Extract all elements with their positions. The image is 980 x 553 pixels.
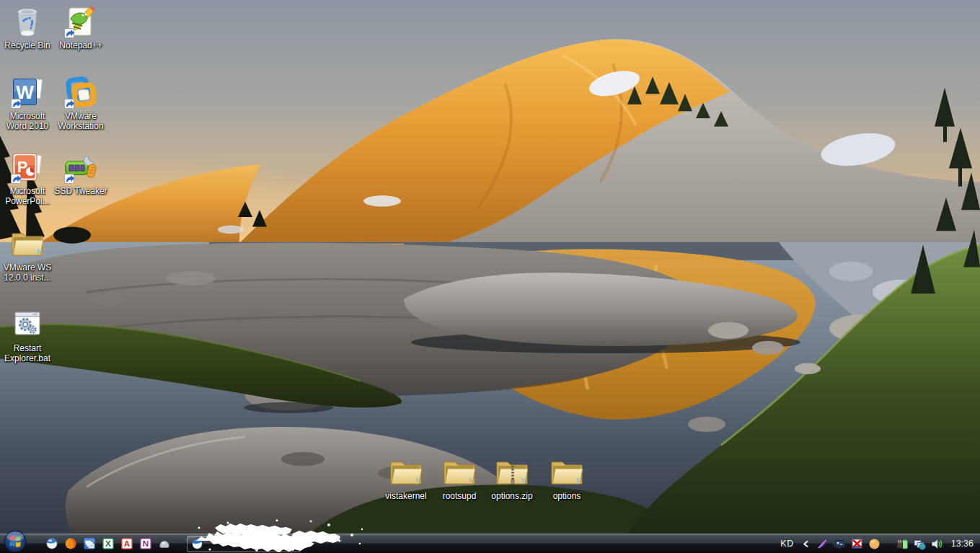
desktop-icon-notepad-plus-plus[interactable]: Notepad++ — [53, 4, 108, 50]
icon-label: Restart Explorer.bat — [0, 343, 55, 363]
start-button[interactable] — [4, 530, 27, 553]
powerpoint-icon: P — [10, 150, 45, 185]
word-icon: W — [10, 75, 45, 110]
onenote-icon[interactable]: N — [139, 537, 152, 550]
icon-label: SSD Tweaker — [53, 186, 108, 196]
icon-label: rootsupd — [432, 491, 487, 501]
icon-label: VMware Workstation — [53, 111, 108, 131]
notepad-plus-plus-icon — [63, 4, 98, 39]
desktop-folder-options-zip[interactable]: options.zip — [485, 455, 539, 501]
desktop-icon-restart-explorer[interactable]: Restart Explorer.bat — [0, 307, 55, 363]
folder-icon — [549, 455, 584, 490]
taskbar-window-button[interactable] — [187, 536, 301, 552]
quick-launch-bar: X A N — [45, 537, 171, 550]
icon-label: options — [539, 491, 594, 501]
volume-icon[interactable] — [931, 538, 943, 550]
icon-label: Microsoft Word 2010 — [0, 111, 55, 131]
desktop[interactable]: Recycle Bin Notepad++ W Microsoft Word 2… — [0, 0, 980, 534]
tray-clock[interactable]: 13:36 — [951, 539, 974, 549]
icon-label: Recycle Bin — [0, 40, 55, 50]
ssd-tweaker-icon — [63, 150, 98, 185]
red-x-icon[interactable] — [851, 538, 863, 550]
desktop-folder-rootsupd[interactable]: rootsupd — [432, 455, 487, 501]
taskbar: X A N KD — [0, 534, 980, 553]
icon-label: Notepad++ — [53, 40, 108, 50]
folder-icon — [10, 226, 45, 261]
system-tray: KD — [780, 538, 980, 550]
recycle-bin-icon — [10, 4, 45, 39]
svg-text:P: P — [17, 158, 28, 176]
svg-text:A: A — [124, 539, 131, 548]
power-plug-icon[interactable] — [896, 538, 909, 550]
icon-label: options.zip — [485, 491, 539, 501]
batch-file-icon — [10, 307, 45, 342]
desktop-icon-vmware-workstation[interactable]: VMware Workstation — [53, 75, 108, 131]
folder-icon — [442, 455, 477, 490]
quill-icon[interactable] — [816, 538, 829, 550]
desktop-icon-microsoft-powerpoint[interactable]: P Microsoft PowerPoi... — [0, 150, 55, 206]
icon-label: vistakernel — [379, 491, 433, 501]
desktop-icon-microsoft-word[interactable]: W Microsoft Word 2010 — [0, 75, 55, 131]
desktop-icon-vmware-ws-folder[interactable]: VMware WS 12.0.0 inst... — [0, 226, 55, 283]
sphere-icon[interactable] — [868, 538, 880, 550]
desktop-icon-ssd-tweaker[interactable]: SSD Tweaker — [53, 150, 108, 196]
svg-text:X: X — [105, 539, 111, 548]
sphere-app-icon[interactable] — [45, 537, 58, 550]
network-icon[interactable] — [914, 538, 926, 550]
windows-logo-icon — [4, 530, 27, 553]
gray-device-icon[interactable] — [158, 537, 171, 550]
switch-windows-icon[interactable] — [83, 537, 96, 550]
excel-icon[interactable]: X — [102, 537, 115, 550]
sphere-app-icon — [191, 538, 203, 550]
language-indicator[interactable]: KD — [780, 539, 793, 549]
icon-label: Microsoft PowerPoi... — [0, 186, 55, 206]
desktop-folder-vistakernel[interactable]: vistakernel — [379, 455, 433, 501]
firefox-icon[interactable] — [64, 537, 77, 550]
svg-text:N: N — [143, 539, 149, 548]
display-icon[interactable] — [834, 538, 846, 550]
desktop-folder-options[interactable]: options — [539, 455, 594, 501]
collapse-chevron-icon[interactable] — [802, 539, 810, 549]
zip-folder-icon — [495, 455, 529, 490]
desktop-icon-recycle-bin[interactable]: Recycle Bin — [0, 4, 55, 50]
icon-label: VMware WS 12.0.0 inst... — [0, 262, 55, 283]
access-icon[interactable]: A — [120, 537, 133, 550]
vmware-icon — [63, 75, 98, 110]
wallpaper-image — [0, 0, 980, 534]
folder-icon — [389, 455, 423, 490]
